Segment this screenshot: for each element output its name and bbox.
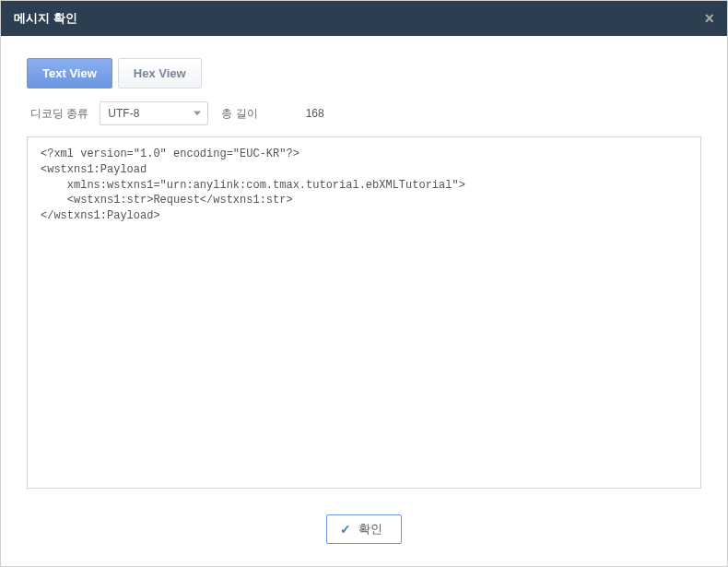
message-dialog: 메시지 확인 × Text View Hex View 디코딩 종류 UTF-8…: [0, 0, 728, 567]
chevron-down-icon: [194, 112, 201, 116]
dialog-header: 메시지 확인 ×: [1, 1, 727, 36]
length-label: 총 길이: [221, 106, 257, 122]
length-value: 168: [306, 107, 324, 120]
dialog-footer: ✓ 확인: [1, 498, 727, 566]
dialog-body: Text View Hex View 디코딩 종류 UTF-8 총 길이 168…: [1, 36, 727, 498]
dialog-title: 메시지 확인: [14, 10, 77, 27]
confirm-label: 확인: [358, 521, 382, 537]
tab-text-view[interactable]: Text View: [27, 58, 112, 89]
encoding-select[interactable]: UTF-8: [100, 101, 208, 125]
check-icon: ✓: [340, 522, 351, 537]
tab-hex-view[interactable]: Hex View: [118, 58, 202, 89]
decoding-label: 디코딩 종류: [30, 106, 88, 122]
controls-row: 디코딩 종류 UTF-8 총 길이 168: [27, 96, 701, 136]
message-content[interactable]: <?xml version="1.0" encoding="EUC-KR"?> …: [27, 136, 701, 489]
close-icon[interactable]: ×: [704, 10, 714, 27]
tab-bar: Text View Hex View: [27, 58, 701, 89]
encoding-value: UTF-8: [108, 107, 139, 120]
confirm-button[interactable]: ✓ 확인: [326, 514, 402, 544]
